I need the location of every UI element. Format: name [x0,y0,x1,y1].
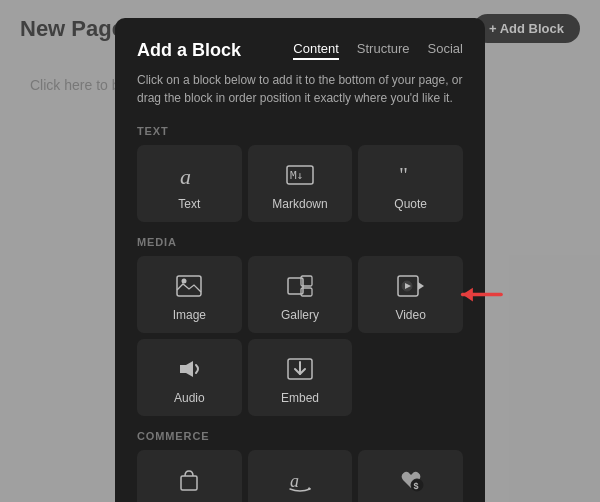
markdown-icon: M↓ [286,160,314,190]
tab-content[interactable]: Content [293,41,339,60]
block-embed[interactable]: Embed [248,339,353,416]
product-icon [176,465,202,495]
text-icon: a [176,160,202,190]
modal-header: Add a Block Content Structure Social [137,40,463,61]
modal-overlay: Add a Block Content Structure Social Cli… [0,0,600,502]
tab-structure[interactable]: Structure [357,41,410,60]
svg-text:": " [399,164,408,186]
svg-point-5 [182,279,187,284]
section-commerce-label: COMMERCE [137,430,463,442]
tab-social[interactable]: Social [428,41,463,60]
text-blocks-grid: a Text M↓ Markdown " [137,145,463,222]
media-blocks-grid: Image Gallery [137,256,463,416]
block-donation[interactable]: $ Donation [358,450,463,502]
amazon-icon: a [287,465,313,495]
embed-icon [287,354,313,384]
audio-icon [176,354,202,384]
section-text-label: TEXT [137,125,463,137]
block-product[interactable]: Product [137,450,242,502]
modal-description: Click on a block below to add it to the … [137,71,463,107]
block-amazon[interactable]: a Amazon Item [248,450,353,502]
modal-title: Add a Block [137,40,241,61]
block-image[interactable]: Image [137,256,242,333]
add-block-modal: Add a Block Content Structure Social Cli… [115,18,485,502]
donation-icon: $ [398,465,424,495]
block-markdown[interactable]: M↓ Markdown [248,145,353,222]
block-embed-label: Embed [281,391,319,405]
block-text[interactable]: a Text [137,145,242,222]
block-markdown-label: Markdown [272,197,327,211]
svg-text:$: $ [413,481,418,491]
block-video[interactable]: Video [358,256,463,333]
section-media-label: MEDIA [137,236,463,248]
svg-text:a: a [180,164,191,188]
block-quote[interactable]: " Quote [358,145,463,222]
quote-icon: " [398,160,424,190]
video-icon [397,271,425,301]
svg-marker-10 [418,282,424,290]
svg-marker-14 [463,287,473,301]
block-audio-label: Audio [174,391,205,405]
svg-marker-15 [180,361,193,377]
block-image-label: Image [173,308,206,322]
block-video-label: Video [395,308,425,322]
gallery-icon [287,271,313,301]
image-icon [176,271,202,301]
commerce-blocks-grid: Product a Amazon Item [137,450,463,502]
red-arrow-indicator [454,275,514,315]
block-gallery[interactable]: Gallery [248,256,353,333]
block-quote-label: Quote [394,197,427,211]
svg-rect-18 [181,476,197,490]
block-audio[interactable]: Audio [137,339,242,416]
svg-text:a: a [290,471,299,491]
block-gallery-label: Gallery [281,308,319,322]
svg-text:M↓: M↓ [290,169,303,182]
modal-tabs: Content Structure Social [293,41,463,60]
block-text-label: Text [178,197,200,211]
